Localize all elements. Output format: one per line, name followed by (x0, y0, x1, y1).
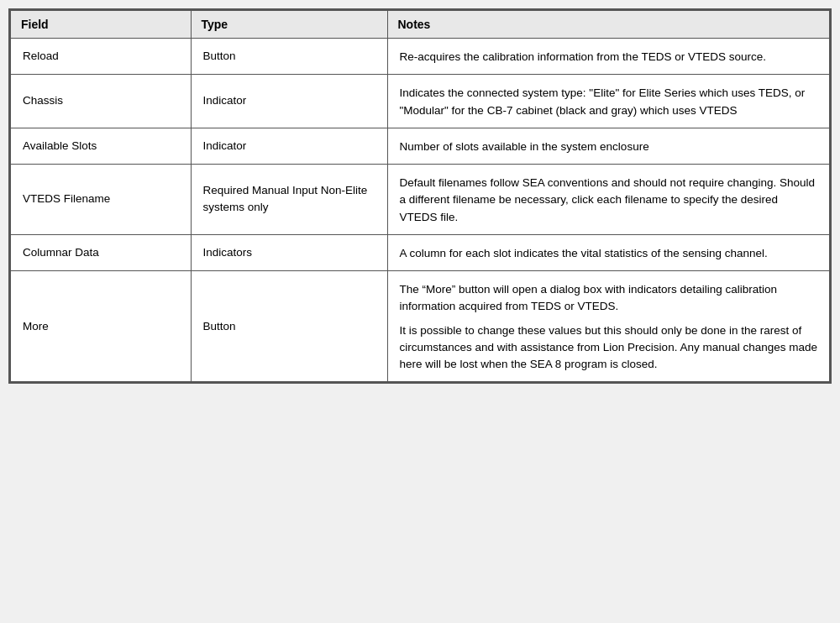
cell-field-2: Available Slots (11, 128, 192, 164)
note-text: Default filenames follow SEA conventions… (400, 175, 818, 226)
cell-field-1: Chassis (11, 75, 192, 128)
header-notes: Notes (387, 11, 830, 39)
cell-notes-5: The “More” button will open a dialog box… (387, 271, 830, 382)
cell-field-0: Reload (11, 39, 192, 75)
cell-field-5: More (11, 271, 192, 382)
table-row: Available SlotsIndicatorNumber of slots … (11, 128, 830, 164)
cell-notes-0: Re-acquires the calibration information … (387, 39, 830, 75)
table-row: ReloadButtonRe-acquires the calibration … (11, 39, 830, 75)
table-row: MoreButtonThe “More” button will open a … (11, 271, 830, 382)
table-header-row: Field Type Notes (11, 11, 830, 39)
cell-field-4: Columnar Data (11, 234, 192, 270)
cell-notes-2: Number of slots available in the system … (387, 128, 830, 164)
table-row: VTEDS FilenameRequired Manual Input Non-… (11, 165, 830, 235)
note-text: Indicates the connected system type: "El… (400, 85, 818, 119)
cell-notes-4: A column for each slot indicates the vit… (387, 234, 830, 270)
note-text: It is possible to change these values bu… (400, 322, 818, 374)
cell-type-1: Indicator (191, 75, 387, 128)
reference-table: Field Type Notes ReloadButtonRe-acquires… (10, 10, 830, 382)
header-field: Field (11, 11, 192, 39)
note-text: Re-acquires the calibration information … (400, 49, 818, 65)
note-text: Number of slots available in the system … (400, 139, 818, 155)
cell-type-2: Indicator (191, 128, 387, 164)
table-row: ChassisIndicatorIndicates the connected … (11, 75, 830, 128)
cell-type-5: Button (191, 271, 387, 382)
cell-type-3: Required Manual Input Non-Elite systems … (191, 165, 387, 235)
header-type: Type (191, 11, 387, 39)
note-text: A column for each slot indicates the vit… (400, 245, 818, 262)
table-row: Columnar DataIndicatorsA column for each… (11, 234, 830, 270)
main-table-container: Field Type Notes ReloadButtonRe-acquires… (8, 8, 832, 384)
cell-type-0: Button (191, 39, 387, 75)
cell-notes-3: Default filenames follow SEA conventions… (387, 165, 830, 235)
cell-field-3: VTEDS Filename (11, 165, 192, 235)
cell-type-4: Indicators (191, 234, 387, 270)
cell-notes-1: Indicates the connected system type: "El… (387, 75, 830, 128)
note-text: The “More” button will open a dialog box… (400, 281, 818, 316)
